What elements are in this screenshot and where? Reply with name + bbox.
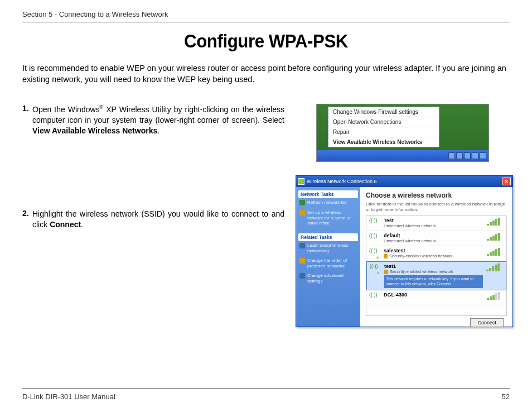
page-footer: D-Link DIR-301 User Manual 52 — [22, 389, 510, 401]
section-header: Section 5 - Connecting to a Wireless Net… — [22, 10, 510, 22]
wireless-icon — [369, 218, 380, 229]
tray-icon[interactable] — [472, 152, 478, 159]
network-item[interactable]: DGL-4300 — [366, 290, 506, 305]
sidebar-link-order[interactable]: Change the order of preferred networks — [298, 256, 358, 271]
network-name: test1 — [384, 264, 483, 269]
sidebar-group-title: Network Tasks — [298, 190, 358, 198]
wireless-secure-icon — [369, 248, 380, 259]
link-label: Learn about wireless networking — [307, 243, 357, 253]
dialog-sidebar: Network Tasks Refresh network list Set u… — [296, 187, 360, 327]
dialog-main-panel: Choose a wireless network Click an item … — [360, 187, 512, 327]
shield-icon — [384, 254, 388, 258]
panel-heading: Choose a wireless network — [366, 191, 507, 199]
signal-icon — [486, 264, 503, 271]
link-label: Change the order of preferred networks — [307, 258, 357, 269]
sidebar-link-setup[interactable]: Set up a wireless network for a home or … — [298, 208, 358, 229]
dialog-title: Wireless Network Connection 6 — [307, 179, 377, 184]
network-item[interactable]: defaultUnsecured wireless network — [366, 231, 506, 246]
step-text: Open the Windows® XP Wireless Utility by… — [32, 104, 284, 136]
network-note: This network requires a network key. If … — [384, 275, 483, 288]
help-icon — [299, 243, 305, 248]
network-name: salestest — [384, 248, 483, 253]
menu-item-firewall[interactable]: Change Windows Firewall settings — [328, 107, 439, 117]
panel-subtext: Click an item in the list below to conne… — [366, 202, 507, 212]
step-text: Highlight the wireless network (SSID) yo… — [32, 209, 284, 230]
signal-icon — [487, 292, 504, 300]
page-title: Configure WPA-PSK — [42, 30, 490, 52]
refresh-icon — [299, 200, 305, 205]
network-security: Security-enabled wireless network — [389, 253, 453, 258]
menu-item-view-networks[interactable]: View Available Wireless Networks — [328, 137, 439, 147]
link-label: Set up a wireless network for a home or … — [307, 210, 357, 226]
taskbar — [317, 150, 489, 161]
tray-icon[interactable] — [456, 152, 463, 159]
page-number: 52 — [502, 392, 510, 401]
network-security: Unsecured wireless network — [384, 223, 483, 228]
signal-icon — [487, 248, 504, 256]
dialog-titlebar: Wireless Network Connection 6 X — [296, 176, 512, 187]
link-label: Refresh network list — [307, 200, 346, 205]
tray-icon[interactable] — [480, 152, 486, 159]
network-item[interactable]: salestestSecurity-enabled wireless netwo… — [366, 246, 506, 261]
text: . — [81, 220, 83, 229]
step-1: 1. Open the Windows® XP Wireless Utility… — [22, 104, 284, 136]
footer-left: D-Link DIR-301 User Manual — [22, 392, 115, 401]
network-name: default — [384, 233, 483, 238]
tray-icon[interactable] — [448, 152, 455, 159]
network-security: Security-enabled wireless network — [390, 269, 453, 274]
connect-button[interactable]: Connect — [470, 318, 504, 327]
close-button[interactable]: X — [502, 178, 511, 185]
menu-item-connections[interactable]: Open Network Connections — [328, 117, 439, 127]
intro-paragraph: It is recommended to enable WEP on your … — [22, 63, 510, 85]
window-icon — [298, 178, 304, 185]
step-number: 2. — [22, 209, 32, 230]
menu-item-repair[interactable]: Repair — [328, 127, 439, 137]
network-item-selected[interactable]: test1 Security-enabled wireless network … — [366, 261, 506, 290]
network-name: Test — [384, 218, 483, 223]
wireless-secure-icon — [370, 264, 381, 275]
text: Open the Windows — [32, 105, 100, 114]
signal-icon — [487, 233, 504, 241]
step-number: 1. — [22, 104, 32, 136]
network-security: Unsecured wireless network — [384, 238, 483, 243]
gear-icon — [299, 273, 305, 279]
shield-icon — [384, 270, 388, 274]
context-menu: Change Windows Firewall settings Open Ne… — [328, 107, 439, 147]
wireless-icon — [369, 233, 380, 244]
network-name: DGL-4300 — [384, 292, 483, 298]
wireless-icon — [369, 292, 380, 303]
setup-icon — [299, 210, 305, 215]
network-item[interactable]: TestUnsecured wireless network — [366, 216, 506, 231]
sidebar-group-title: Related Tasks — [298, 233, 358, 241]
tray-icon[interactable] — [464, 152, 471, 159]
text-bold: Connect — [50, 220, 81, 229]
sidebar-link-learn[interactable]: Learn about wireless networking — [298, 241, 358, 256]
signal-icon — [487, 218, 504, 226]
sidebar-link-refresh[interactable]: Refresh network list — [298, 198, 358, 208]
star-icon — [299, 258, 305, 264]
screenshot-context-menu: Change Windows Firewall settings Open Ne… — [316, 104, 489, 162]
sidebar-link-advanced[interactable]: Change advanced settings — [298, 271, 358, 286]
text: . — [157, 126, 159, 135]
link-label: Change advanced settings — [307, 273, 357, 284]
text-bold: View Available Wireless Networks — [32, 126, 157, 135]
screenshot-wireless-dialog: Wireless Network Connection 6 X Network … — [296, 175, 513, 327]
network-list: TestUnsecured wireless network defaultUn… — [366, 215, 507, 316]
step-2: 2. Highlight the wireless network (SSID)… — [22, 209, 284, 230]
